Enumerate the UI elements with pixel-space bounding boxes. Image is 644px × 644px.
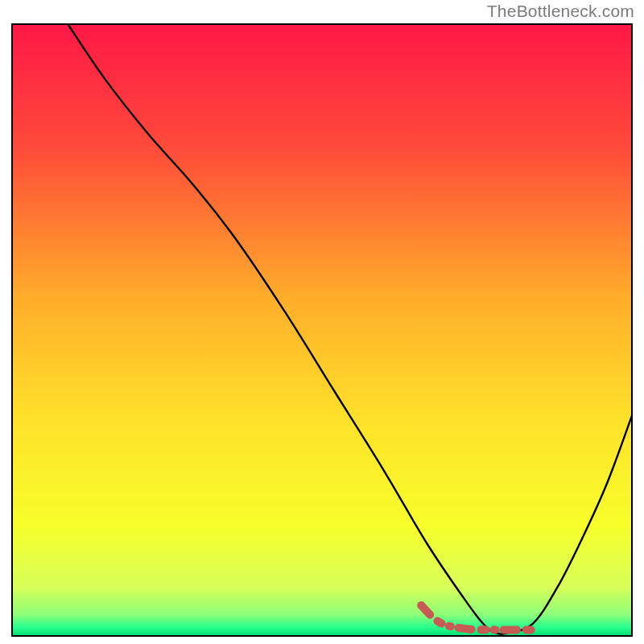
bottleneck-chart [0, 0, 644, 644]
gradient-background [12, 24, 632, 636]
